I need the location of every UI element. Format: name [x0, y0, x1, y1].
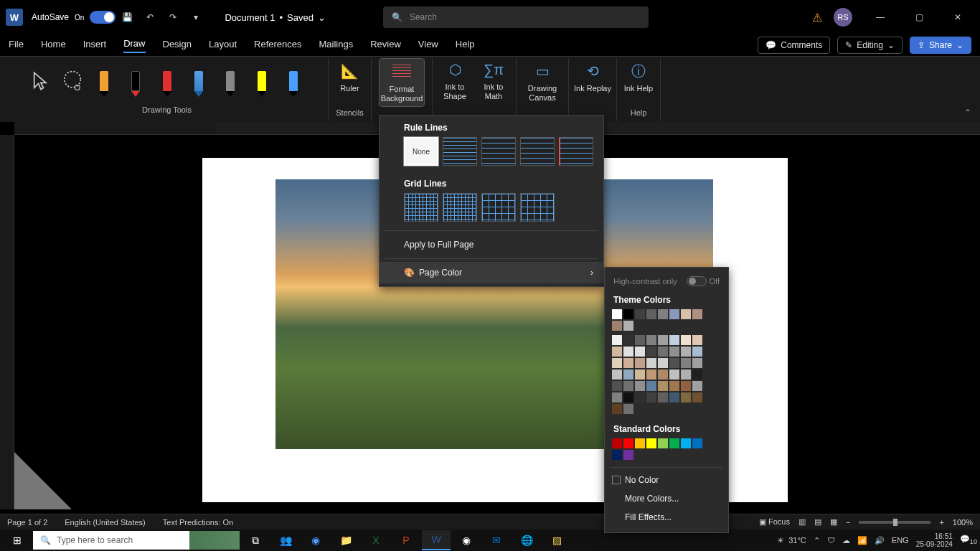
comments-button[interactable]: 💬Comments [758, 37, 830, 54]
color-swatch[interactable] [612, 309, 622, 319]
lasso-tool[interactable] [58, 61, 87, 101]
color-swatch[interactable] [646, 369, 656, 380]
color-swatch[interactable] [623, 309, 633, 319]
excel-icon[interactable]: X [362, 530, 390, 550]
more-colors-item[interactable]: More Colors... [605, 489, 728, 508]
fill-effects-item[interactable]: Fill Effects... [605, 508, 728, 527]
pen-blue[interactable] [184, 61, 213, 101]
grid-lines-large[interactable] [481, 193, 516, 222]
color-swatch[interactable] [692, 438, 702, 448]
color-swatch[interactable] [658, 381, 668, 391]
color-swatch[interactable] [681, 335, 691, 345]
color-swatch[interactable] [623, 392, 633, 402]
format-background-button[interactable]: Format Background [379, 58, 425, 107]
pen-gray[interactable] [216, 61, 245, 101]
color-swatch[interactable] [646, 335, 656, 345]
tray-wifi-icon[interactable]: 📶 [857, 536, 867, 545]
color-swatch[interactable] [669, 335, 679, 345]
start-button[interactable]: ⊞ [3, 530, 32, 550]
color-swatch[interactable] [681, 392, 691, 402]
color-swatch[interactable] [635, 381, 645, 391]
color-swatch[interactable] [646, 358, 656, 368]
select-tool[interactable] [27, 61, 55, 101]
grid-lines-xlarge[interactable] [520, 193, 555, 222]
color-swatch[interactable] [681, 438, 691, 448]
color-swatch[interactable] [669, 347, 679, 357]
color-swatch[interactable] [612, 358, 622, 368]
color-swatch[interactable] [623, 369, 633, 380]
color-swatch[interactable] [623, 321, 633, 331]
read-mode-icon[interactable]: ▥ [798, 517, 806, 527]
weather-widget[interactable]: ☀31°C [777, 536, 806, 545]
tab-mailings[interactable]: Mailings [319, 39, 354, 52]
rule-lines-none[interactable]: None [404, 137, 438, 166]
color-swatch[interactable] [612, 392, 622, 402]
color-swatch[interactable] [658, 309, 668, 319]
high-contrast-row[interactable]: High-contrast only Off [605, 273, 728, 289]
tray-onedrive-icon[interactable]: ☁ [842, 536, 850, 545]
color-swatch[interactable] [669, 358, 679, 368]
tray-volume-icon[interactable]: 🔊 [875, 536, 885, 545]
color-swatch[interactable] [669, 438, 679, 448]
color-swatch[interactable] [646, 347, 656, 357]
tray-clock[interactable]: 16:51 25-09-2024 [916, 532, 953, 548]
grid-lines-medium[interactable] [443, 193, 477, 222]
color-swatch[interactable] [623, 404, 633, 414]
close-button[interactable]: ✕ [941, 6, 974, 29]
color-swatch[interactable] [692, 369, 702, 380]
user-avatar[interactable]: RS [834, 8, 852, 27]
maximize-button[interactable]: ▢ [903, 6, 936, 29]
tab-help[interactable]: Help [456, 39, 475, 52]
rule-lines-red[interactable] [559, 137, 593, 166]
ruler-button[interactable]: 📐 Ruler [327, 58, 373, 107]
color-swatch[interactable] [692, 335, 702, 345]
tab-draw[interactable]: Draw [123, 38, 145, 53]
powerpoint-icon[interactable]: P [392, 530, 420, 550]
save-icon[interactable]: 💾 [118, 9, 136, 26]
zoom-level[interactable]: 100% [953, 518, 973, 527]
rule-lines-wide[interactable] [520, 137, 555, 166]
page-color-submenu[interactable]: 🎨Page Color › [380, 262, 603, 283]
tab-references[interactable]: References [254, 39, 301, 52]
color-swatch[interactable] [623, 358, 633, 368]
color-swatch[interactable] [646, 392, 656, 402]
color-swatch[interactable] [681, 347, 691, 357]
color-swatch[interactable] [635, 347, 645, 357]
focus-mode-button[interactable]: ▣ Focus [759, 517, 790, 527]
autosave-toggle[interactable]: AutoSave On [32, 11, 116, 24]
tab-view[interactable]: View [418, 39, 438, 52]
page-indicator[interactable]: Page 1 of 2 [7, 518, 47, 527]
collapse-ribbon-icon[interactable]: ⌃ [964, 108, 971, 118]
color-swatch[interactable] [623, 438, 633, 448]
color-swatch[interactable] [658, 369, 668, 380]
zoom-slider[interactable] [859, 521, 930, 524]
color-swatch[interactable] [681, 358, 691, 368]
search-input[interactable]: 🔍 Search [383, 6, 649, 28]
pen-red[interactable] [153, 61, 182, 101]
teams-icon[interactable]: 👥 [271, 530, 300, 550]
task-view-icon[interactable]: ⧉ [241, 530, 270, 550]
color-swatch[interactable] [658, 347, 668, 357]
color-swatch[interactable] [612, 438, 622, 448]
color-swatch[interactable] [658, 335, 668, 345]
color-swatch[interactable] [612, 381, 622, 391]
tab-layout[interactable]: Layout [209, 39, 237, 52]
document-title[interactable]: Document 1 • Saved ⌄ [225, 12, 326, 23]
rule-lines-medium[interactable] [481, 137, 516, 166]
color-swatch[interactable] [623, 450, 633, 460]
zoom-out-button[interactable]: − [846, 518, 850, 527]
outlook-icon[interactable]: ✉ [482, 530, 511, 550]
highlighter-yellow[interactable] [248, 61, 276, 101]
ink-help-button[interactable]: ⓘInk Help [621, 58, 656, 107]
minimize-button[interactable]: — [864, 6, 897, 29]
tray-language[interactable]: ENG [892, 536, 909, 545]
color-swatch[interactable] [623, 347, 633, 357]
editing-mode-button[interactable]: ✎Editing⌄ [837, 37, 903, 54]
color-swatch[interactable] [612, 335, 622, 345]
undo-icon[interactable]: ↶ [141, 9, 159, 26]
color-swatch[interactable] [681, 381, 691, 391]
taskbar-search[interactable]: 🔍 Type here to search [33, 531, 240, 550]
grid-lines-small[interactable] [404, 193, 438, 222]
color-swatch[interactable] [646, 309, 656, 319]
pen-sparkle[interactable] [279, 61, 308, 101]
